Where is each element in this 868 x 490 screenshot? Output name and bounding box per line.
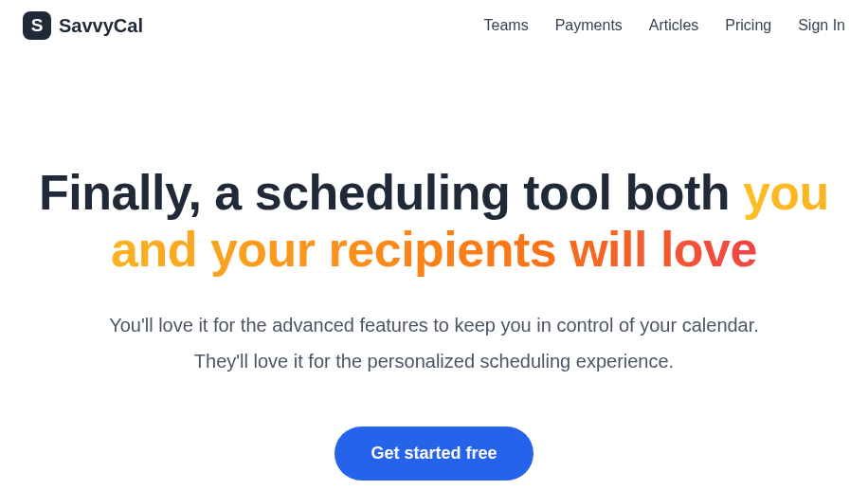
nav-link-payments[interactable]: Payments <box>555 17 623 34</box>
brand-logo[interactable]: S SavvyCal <box>23 11 143 40</box>
hero-headline: Finally, a scheduling tool both you and … <box>19 165 849 279</box>
nav-link-teams[interactable]: Teams <box>484 17 529 34</box>
hero-headline-plain: Finally, a scheduling tool both <box>39 165 743 220</box>
hero-section: Finally, a scheduling tool both you and … <box>0 51 868 481</box>
site-header: S SavvyCal Teams Payments Articles Prici… <box>0 0 868 51</box>
primary-nav: Teams Payments Articles Pricing Sign In <box>484 17 845 34</box>
hero-subhead: You'll love it for the advanced features… <box>19 307 849 379</box>
logo-mark-icon: S <box>23 11 51 40</box>
brand-name: SavvyCal <box>59 15 143 37</box>
nav-link-signin[interactable]: Sign In <box>798 17 845 34</box>
nav-link-articles[interactable]: Articles <box>649 17 698 34</box>
hero-sub-line1: You'll love it for the advanced features… <box>109 315 759 336</box>
get-started-button[interactable]: Get started free <box>335 426 533 481</box>
nav-link-pricing[interactable]: Pricing <box>725 17 771 34</box>
hero-sub-line2: They'll love it for the personalized sch… <box>194 351 674 372</box>
